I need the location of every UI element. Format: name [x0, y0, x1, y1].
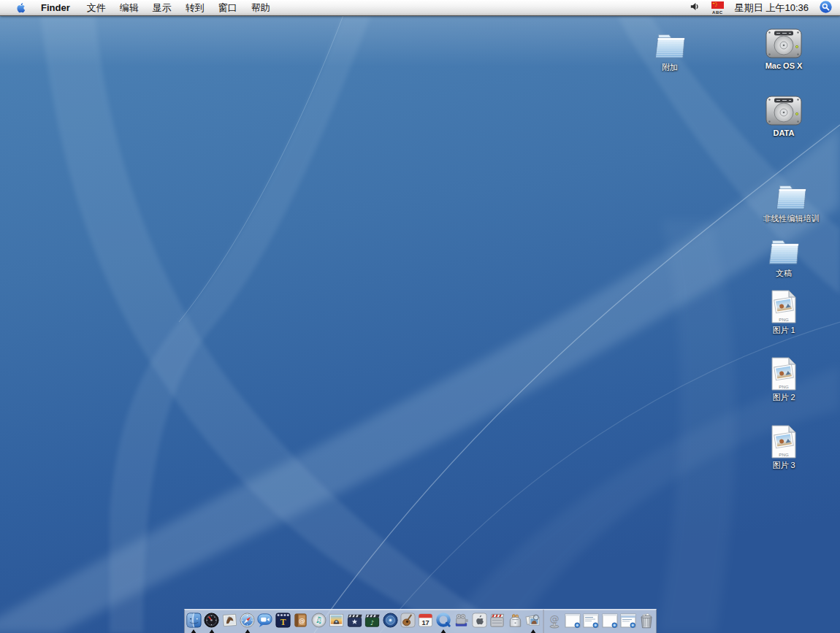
svg-text:@: @: [299, 617, 305, 624]
dock-item-cinematools[interactable]: [453, 610, 470, 633]
input-method-menu[interactable]: ABC: [711, 1, 724, 15]
desktop-icon-png-file-7[interactable]: PNG 图片 3: [753, 424, 814, 470]
png-file-icon[interactable]: PNG: [769, 289, 798, 324]
running-indicator-triangle: [440, 629, 446, 633]
svg-text:@: @: [549, 613, 559, 624]
desktop-icon-label: 图片 1: [772, 326, 795, 335]
desktop-icon-hard-drive-2[interactable]: DATA: [753, 93, 814, 138]
dock-item-itunes[interactable]: ♫: [310, 610, 327, 633]
png-file-icon[interactable]: PNG: [769, 424, 798, 459]
desktop-wallpaper[interactable]: [0, 15, 840, 633]
aqua-wallpaper-art: [0, 15, 840, 633]
dock-item-quicktime[interactable]: [435, 610, 452, 633]
menu-bar-menus: 文件编辑显示转到窗口帮助: [87, 1, 270, 15]
dock-item-window-2[interactable]: [582, 610, 600, 633]
dock-item-safari[interactable]: [238, 610, 256, 633]
dock-item-livetype[interactable]: T: [274, 610, 291, 633]
menubar-menu-item-1[interactable]: 编辑: [120, 1, 139, 15]
dock-item-garageband[interactable]: [399, 610, 416, 633]
svg-text:PNG: PNG: [779, 384, 789, 389]
svg-text:PNG: PNG: [779, 452, 789, 457]
dock-item-finder[interactable]: [185, 610, 202, 633]
desktop-icon-png-file-6[interactable]: PNG 图片 2: [753, 356, 814, 402]
folder-icon[interactable]: [765, 235, 802, 267]
dock-item-addressbook[interactable]: @: [292, 610, 310, 633]
dock-item-window-3[interactable]: [600, 610, 619, 633]
svg-text:♪: ♪: [370, 619, 375, 626]
dock-item-window-4[interactable]: [619, 610, 637, 633]
hard-drive-icon[interactable]: [764, 26, 803, 60]
running-indicator-triangle: [209, 629, 215, 633]
menubar-menu-item-0[interactable]: 文件: [87, 1, 106, 15]
dock-item-preview[interactable]: [524, 610, 541, 633]
chinese-flag-icon: [711, 1, 724, 10]
desktop-icon-folder-4[interactable]: 文稿: [753, 235, 814, 278]
dock-item-toast[interactable]: [506, 610, 524, 633]
menubar-menu-item-4[interactable]: 窗口: [218, 1, 237, 15]
running-indicator-triangle: [191, 629, 196, 633]
dock-item-mail[interactable]: [221, 610, 238, 633]
desktop-icon-png-file-5[interactable]: PNG 图片 1: [753, 289, 814, 335]
running-indicator-triangle: [530, 629, 536, 633]
desktop-icon-label: Mac OS X: [765, 61, 803, 71]
desktop-icon-folder-0[interactable]: 附加: [639, 29, 700, 72]
menu-bar: Finder 文件编辑显示转到窗口帮助: [0, 0, 840, 16]
desktop-icon-label: 附加: [662, 63, 678, 72]
apple-menu-icon[interactable]: [15, 2, 26, 13]
svg-text:PNG: PNG: [779, 317, 789, 322]
menu-bar-clock[interactable]: 星期日 上午10:36: [735, 1, 809, 15]
dock-item-imovie[interactable]: [345, 610, 363, 633]
spotlight-icon[interactable]: [820, 1, 832, 15]
input-method-label: ABC: [712, 10, 723, 15]
desktop-icon-label: 文稿: [776, 269, 792, 278]
dock-apps-section: T@♫♪17: [185, 610, 542, 633]
dock-item-window-1[interactable]: [563, 610, 581, 633]
running-indicator-triangle: [245, 629, 251, 633]
desktop-icon-label: 图片 3: [772, 461, 795, 470]
dock-item-sysprefs[interactable]: [470, 610, 488, 633]
volume-icon[interactable]: [690, 1, 700, 14]
png-file-icon[interactable]: PNG: [769, 356, 798, 391]
dock-item-trash[interactable]: [637, 610, 655, 633]
desktop-icon-folder-3[interactable]: 非线性编辑培训: [738, 180, 840, 223]
app-menu-finder[interactable]: Finder: [41, 2, 70, 13]
dock-item-idvd[interactable]: [381, 610, 399, 633]
svg-text:T: T: [280, 618, 286, 626]
svg-text:♫: ♫: [315, 615, 322, 625]
folder-icon[interactable]: [773, 180, 809, 212]
dock-documents-section: @: [545, 610, 656, 633]
dock-item-ical[interactable]: 17: [417, 610, 435, 633]
svg-text:17: 17: [422, 619, 429, 626]
dock-item-webloc[interactable]: @: [545, 610, 563, 633]
dock-item-ichat[interactable]: [256, 610, 274, 633]
dock-divider: [543, 610, 544, 633]
desktop-icon-label: 非线性编辑培训: [763, 214, 820, 223]
folder-icon[interactable]: [652, 29, 688, 61]
dock-item-finalcut[interactable]: [488, 610, 505, 633]
dock: T@♫♪17 @: [184, 609, 657, 633]
desktop-screen: Finder 文件编辑显示转到窗口帮助: [0, 0, 840, 633]
desktop-icon-label: DATA: [774, 128, 795, 138]
menubar-menu-item-2[interactable]: 显示: [153, 1, 172, 15]
menubar-menu-item-5[interactable]: 帮助: [251, 1, 270, 15]
hard-drive-icon[interactable]: [764, 93, 803, 127]
menubar-menu-item-3[interactable]: 转到: [186, 1, 205, 15]
dock-item-iphoto[interactable]: [328, 610, 345, 633]
dock-item-dashboard[interactable]: [202, 610, 220, 633]
dock-item-soundtrack[interactable]: ♪: [363, 610, 381, 633]
desktop-icon-hard-drive-1[interactable]: Mac OS X: [753, 26, 814, 71]
desktop-icon-label: 图片 2: [772, 393, 795, 402]
